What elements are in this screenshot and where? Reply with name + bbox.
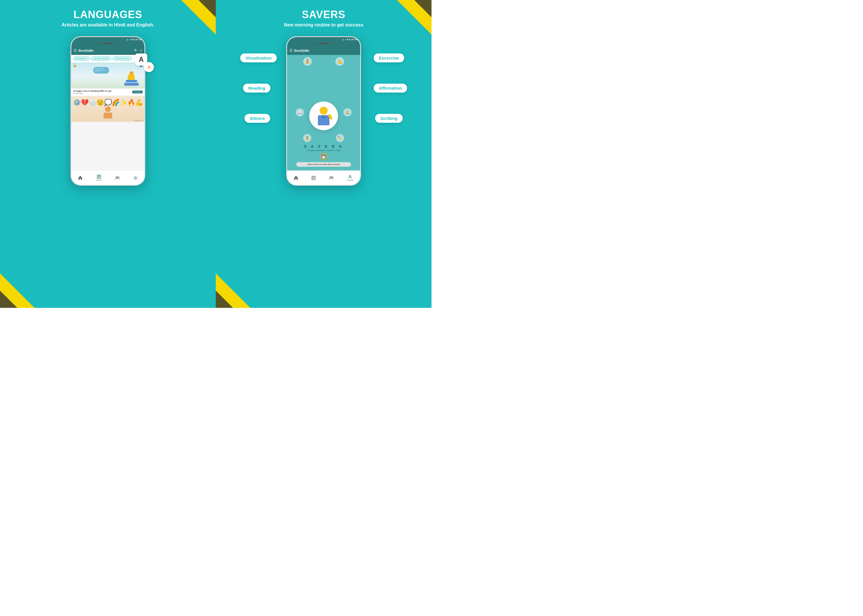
tag-communication[interactable]: Communication: [112, 57, 132, 60]
mini-circle-scribing: ✏️: [336, 134, 344, 142]
nav-icon-social[interactable]: [115, 176, 120, 180]
svg-point-17: [350, 176, 351, 177]
speech-bubble: SORRY! I CAN'T COME. I AM IN THE OFFICE.: [93, 67, 109, 74]
thoughts-illustration: ⚙️💔🌧️😟💭🌈✨🔥💪 BestifyMe.com: [71, 96, 145, 122]
menu-icon[interactable]: ☰: [74, 49, 77, 53]
mini-circle-silence: 🧘: [303, 134, 311, 142]
right-panel-subtitle: New morning routine to get success: [284, 22, 363, 28]
left-panel-title: LANGUAGES: [73, 9, 142, 21]
lock-icon: 🔓: [73, 64, 77, 67]
left-phone-mockup: ▲ ● ▮ 11:07 AM ☰ BestifyMe 🔍 ▽: [71, 36, 145, 186]
right-app-bar: ☰ BestifyMe: [287, 46, 360, 55]
filter-icon[interactable]: ▽: [140, 49, 142, 53]
tag-introspection[interactable]: Introspection: [73, 57, 90, 60]
right-nav-icon-social[interactable]: [329, 176, 334, 180]
alarm-icon-circle: ⏰: [320, 153, 328, 160]
label-reading[interactable]: Reading: [243, 84, 271, 93]
label-visualization[interactable]: Visualization: [240, 53, 277, 62]
right-bottom-nav: SAVERS: [287, 170, 360, 185]
right-panel-title: SAVERS: [302, 9, 345, 21]
tags-row: Introspection Lifestyle Choices Communic…: [71, 55, 145, 62]
savers-screen: 🧘 💪 📖 🙏 🧘 ✏️: [287, 55, 360, 182]
svg-point-4: [116, 176, 117, 178]
label-affirmation[interactable]: Affirmation: [374, 84, 407, 93]
right-nav-icon-home[interactable]: [294, 176, 298, 180]
svg-point-5: [118, 176, 119, 178]
search-icon[interactable]: 🔍: [134, 49, 138, 53]
signal-icon: ▲: [126, 39, 128, 41]
left-panel: LANGUAGES Articles are available in Hind…: [0, 0, 216, 308]
language-switcher[interactable]: A अ: [135, 53, 154, 72]
watch-video-button[interactable]: WATCH VIDEO TO LEARN ABOUT SAVERS: [296, 162, 351, 167]
savers-content: 🧘 💪 📖 🙏 🧘 ✏️: [287, 55, 360, 182]
label-exercise[interactable]: Excercise: [374, 53, 404, 62]
office-illustration: 🔓 👤 SORRY! I CAN'T COME. I AM IN THE OFF…: [71, 63, 145, 88]
right-corner-tr: [397, 0, 432, 35]
tag-lifestyle[interactable]: Lifestyle Choices: [91, 57, 111, 60]
left-phone-screen: Introspection Lifestyle Choices Communic…: [71, 55, 145, 182]
right-status-time: 11:07 AM: [349, 39, 358, 41]
mini-circle-affirmation: 🙏: [343, 108, 351, 116]
right-battery-icon: ▮: [347, 38, 348, 41]
corner-decoration-tr: [181, 0, 216, 35]
right-menu-icon[interactable]: ☰: [290, 49, 293, 53]
nav-icon-settings[interactable]: [133, 176, 138, 180]
article-card-2[interactable]: 👤 ⚙️💔🌧️😟💭🌈✨🔥💪 BestifyMe.com: [71, 96, 145, 122]
right-app-title: BestifyMe: [294, 49, 358, 52]
svg-point-6: [135, 177, 136, 179]
wifi-icon: ●: [129, 39, 130, 41]
mini-circle-visualization: 🧘: [303, 57, 312, 66]
left-bottom-nav: Articles: [71, 170, 145, 185]
app-title-left: BestifyMe: [79, 49, 132, 52]
right-phone-mockup: ▲ ● ▮ 11:07 AM ☰ BestifyMe: [286, 36, 361, 186]
right-panel: SAVERS New morning routine to get succes…: [216, 0, 432, 308]
lang-hindi-icon[interactable]: अ: [144, 62, 154, 72]
right-phone-wrapper: Visualization Reading Silence Excercise …: [286, 36, 361, 186]
mini-circle-exercise: 💪: [335, 57, 344, 66]
right-wifi-icon: ●: [345, 39, 346, 41]
savers-center-person: [309, 102, 338, 130]
article-image-2: 👤 ⚙️💔🌧️😟💭🌈✨🔥💪 BestifyMe.com: [71, 96, 145, 122]
label-scribing[interactable]: Scribing: [375, 114, 403, 123]
article-info-1: 10 Signs You're Dealing With A Liar 2 da…: [71, 88, 145, 96]
right-nav-icon-articles[interactable]: [311, 176, 316, 180]
label-silence[interactable]: Silence: [244, 114, 270, 123]
article-card-1[interactable]: 🔓 👤 SORRY! I CAN'T COME. I AM IN THE OFF…: [71, 63, 145, 96]
nav-icon-articles[interactable]: Articles: [96, 174, 102, 181]
nav-icon-home[interactable]: [78, 176, 83, 180]
right-nav-icon-savers[interactable]: SAVERS: [346, 174, 354, 181]
article-image-1: 🔓 👤 SORRY! I CAN'T COME. I AM IN THE OFF…: [71, 63, 145, 88]
right-corner-bl: [216, 273, 250, 308]
article-title-1: 10 Signs You're Dealing With A Liar: [73, 90, 112, 92]
left-app-bar: ☰ BestifyMe 🔍 ▽: [71, 46, 145, 55]
savers-sub: 6 Sections remaining to Complete for Tod…: [287, 149, 360, 151]
battery-icon: ▮: [131, 38, 132, 41]
status-time: 11:07 AM: [134, 39, 142, 41]
article-date-1: 2 days ago: [73, 92, 112, 94]
likes-badge-1: 745 Likes: [132, 91, 143, 93]
right-signal-icon: ▲: [342, 39, 344, 41]
savers-title: S A V E R S: [287, 144, 360, 149]
corner-decoration-bl: [0, 273, 35, 308]
mini-circle-reading: 📖: [296, 108, 304, 116]
nav-articles-label: Articles: [96, 179, 102, 181]
right-nav-savers-label: SAVERS: [346, 179, 354, 181]
svg-point-15: [330, 176, 331, 178]
svg-point-16: [331, 176, 333, 178]
left-panel-subtitle: Articles are available in Hindi and Engl…: [61, 22, 154, 28]
savers-bottom-section: S A V E R S 6 Sections remaining to Comp…: [287, 144, 360, 167]
